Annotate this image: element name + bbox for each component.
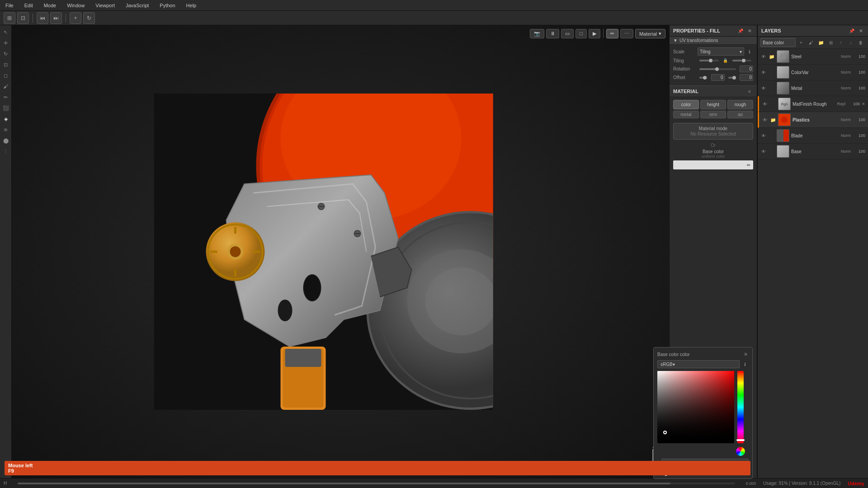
layers-pin-btn[interactable]: 📌 [848,27,855,34]
layer-item-matfinish[interactable]: 👁 Rgh MatFinish Rough Repl 100 ✕ [758,96,868,112]
uv-section-header[interactable]: ▼ UV transformations [670,37,757,45]
tool-scale[interactable]: ⊡ [1,60,11,70]
viewport-mode-dropdown[interactable]: Material ▾ [635,29,665,38]
layers-paint-btn[interactable]: 🖌 [807,38,816,47]
tool-fill[interactable]: ⬛ [1,103,11,113]
layer-visibility-metal[interactable]: 👁 [760,85,767,91]
layer-item-base[interactable]: 👁 Base Norm 100 [758,144,868,160]
tool-move[interactable]: ✛ [1,38,11,48]
scale-dropdown[interactable]: Tiling ▾ [698,47,744,56]
rotation-slider[interactable] [699,68,736,70]
offset-value1[interactable]: 0 [711,74,725,81]
layer-blend-base: Norm [841,149,851,154]
tool-select[interactable]: ◻ [1,70,11,80]
skip-forward-btn[interactable]: ⏭ [50,12,62,24]
layer-blend-metal: Norm [841,86,851,90]
layer-opacity-steel[interactable]: 100 [853,54,865,59]
tiling-slider-track[interactable] [699,60,719,61]
layer-visibility-steel[interactable]: 👁 [760,53,767,60]
layer-opacity-base[interactable]: 100 [853,149,865,154]
layer-visibility-blade[interactable]: 👁 [760,132,767,139]
overlay-camera-btn[interactable]: 📷 [530,29,544,38]
menu-window[interactable]: Window [65,2,86,9]
layers-move-down-btn[interactable]: ↓ [846,38,855,47]
properties-pin-btn[interactable]: 📌 [737,27,744,34]
overlay-pause-btn[interactable]: ⏸ [546,29,559,38]
tool-extra[interactable]: ⋮ [1,146,11,156]
layer-opacity-metal[interactable]: 100 [853,86,865,90]
svg-rect-23 [285,349,321,367]
tiling-lock-btn[interactable]: 🔒 [722,57,729,64]
offset-thumb1[interactable] [703,76,707,80]
tool-smear[interactable]: ≋ [1,125,11,135]
tool-mask[interactable]: ⬤ [1,136,11,145]
tool-paint[interactable]: 🖌 [1,81,11,91]
quad-view-btn[interactable]: ⊡ [17,12,29,24]
material-settings-btn[interactable]: ≡ [746,88,753,95]
tiling-slider2-thumb[interactable] [742,59,745,62]
menu-viewport[interactable]: Viewport [94,2,117,9]
properties-close-btn[interactable]: ✕ [746,27,753,34]
menu-help[interactable]: Help [184,2,198,9]
mat-btn-nrm[interactable]: nrm [700,111,726,118]
overlay-brush-btn[interactable]: ✏ [606,29,618,38]
base-color-edit-icon[interactable]: ✏ [745,161,752,169]
menu-mode[interactable]: Mode [42,2,58,9]
offset-slider2[interactable] [728,77,736,79]
layer-item-plastics[interactable]: 👁 📁 Plastics Norm 100 [758,112,868,128]
layer-visibility-base[interactable]: 👁 [760,148,767,155]
offset-slider1[interactable] [699,77,708,79]
overlay-cube-btn[interactable]: □ [576,29,587,38]
layer-item-colorvar[interactable]: 👁 ColorVar Norm 100 [758,65,868,80]
layers-header: LAYERS 📌 ✕ [758,25,868,37]
tool-brush[interactable]: ✏ [1,92,11,102]
mat-btn-rough[interactable]: rough [727,100,753,109]
layer-item-blade[interactable]: 👁 Blade Norm 100 [758,128,868,144]
tool-rotate[interactable]: ↻ [1,49,11,59]
or-divider: Or [670,141,757,149]
tool-eraser[interactable]: ◈ [1,114,11,124]
tiling-slider-thumb[interactable] [709,59,712,62]
layer-item-steel[interactable]: 👁 📁 Steel Norm 100 [758,49,868,65]
layer-visibility-plastics[interactable]: 👁 [762,117,768,123]
offset-thumb2[interactable] [732,76,736,80]
layers-move-up-btn[interactable]: ↑ [836,38,845,47]
layers-folder-btn[interactable]: 📁 [816,38,826,47]
rotation-value[interactable]: 0 [740,66,753,72]
layers-close-btn[interactable]: ✕ [857,27,864,34]
menu-python[interactable]: Python [158,2,177,9]
material-mode-sub: No Resource Selected [690,131,736,136]
layer-item-metal[interactable]: 👁 Metal Norm 100 [758,80,868,96]
playback-btn[interactable]: ⏮ [37,12,48,24]
layer-visibility-matfinish[interactable]: 👁 [762,101,768,107]
tool-cursor[interactable]: ↖ [1,27,11,37]
layer-opacity-plastics[interactable]: 100 [853,117,865,122]
layer-opacity-colorvar[interactable]: 100 [853,70,865,75]
layer-opacity-matfinish[interactable]: 100 [847,102,860,106]
rotation-thumb[interactable] [715,67,719,71]
layers-delete-btn[interactable]: 🗑 [856,38,865,47]
mat-btn-height[interactable]: height [700,100,726,109]
layer-opacity-blade[interactable]: 100 [853,133,865,138]
scale-info-btn[interactable]: ℹ [746,48,753,55]
refresh-btn[interactable]: ↻ [83,12,95,24]
viewport-area[interactable]: 📷 ⏸ ▭ □ ▶ ✏ ⋯ Material ▾ Y [12,25,669,478]
menu-edit[interactable]: Edit [23,2,35,9]
layers-duplicate-btn[interactable]: ⊞ [826,38,835,47]
overlay-video-btn[interactable]: ▶ [589,29,600,38]
layers-add-btn[interactable]: + [797,38,806,47]
base-color-bar[interactable]: ✏ [673,160,753,169]
mat-btn-color[interactable]: color [673,100,699,109]
layer-visibility-colorvar[interactable]: 👁 [760,69,767,75]
grid-layout-btn[interactable]: ⊞ [4,12,15,24]
overlay-dots-btn[interactable]: ⋯ [620,29,633,38]
mat-btn-metal[interactable]: metal [673,111,699,118]
menu-file[interactable]: File [4,2,15,9]
mat-btn-ao[interactable]: ao [727,111,753,118]
overlay-frame-btn[interactable]: ▭ [561,29,574,38]
matfinish-remove-btn[interactable]: ✕ [862,102,865,106]
blend-mode-dropdown[interactable]: Base color [760,38,796,47]
tiling-slider2-track[interactable] [732,60,752,61]
menu-javascript[interactable]: JavaScript [124,2,151,9]
add-btn[interactable]: + [70,12,81,24]
